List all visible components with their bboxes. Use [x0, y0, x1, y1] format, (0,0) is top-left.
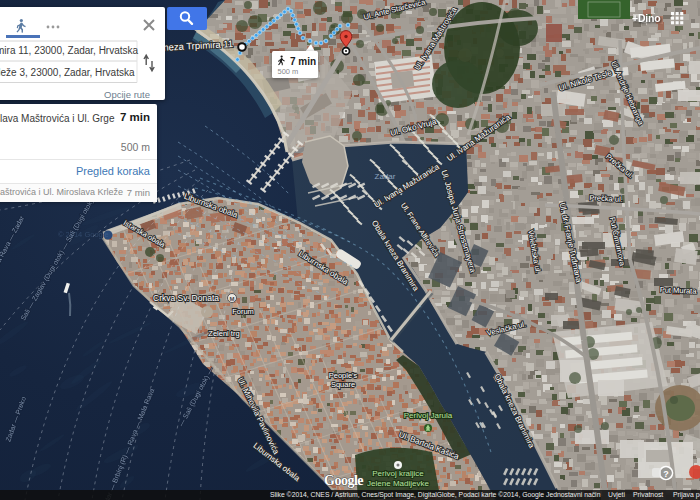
svg-text:Jelene Madijevke: Jelene Madijevke: [367, 479, 429, 488]
svg-text:Perivoj kraljice: Perivoj kraljice: [372, 469, 424, 478]
svg-text:Put Murata: Put Murata: [660, 285, 698, 295]
svg-text:Privatnost: Privatnost: [633, 491, 663, 498]
svg-text:Slike ©2014, CNES / Astrium, C: Slike ©2014, CNES / Astrium, Cnes/Spot I…: [270, 491, 544, 499]
svg-text:Zeleni trg: Zeleni trg: [208, 329, 239, 338]
svg-text:+Dino: +Dino: [632, 12, 660, 24]
svg-text:Crkva Sv. Donata: Crkva Sv. Donata: [153, 293, 219, 303]
svg-text:Opcije rute: Opcije rute: [104, 89, 150, 100]
svg-text:Jednostavni način: Jednostavni način: [546, 491, 601, 498]
svg-text:Zadar: Zadar: [375, 172, 396, 181]
svg-text:Prečka ul.: Prečka ul.: [589, 193, 623, 204]
svg-text:Uvjeti: Uvjeti: [608, 491, 625, 499]
svg-text:mira 11, 23000, Zadar, Hrvatsk: mira 11, 23000, Zadar, Hrvatska: [0, 45, 139, 56]
svg-text:500 m: 500 m: [278, 67, 299, 76]
svg-text:Prijava pogreške: Prijava pogreške: [673, 491, 700, 499]
svg-text:?: ?: [663, 469, 669, 479]
svg-text:Square: Square: [331, 380, 355, 389]
svg-text:People's: People's: [329, 371, 358, 380]
svg-text:rleže 3, 23000, Zadar, Hrvatsk: rleže 3, 23000, Zadar, Hrvatska: [0, 67, 135, 78]
svg-text:Perivoj Jarula: Perivoj Jarula: [404, 411, 453, 420]
svg-text:Google: Google: [324, 473, 363, 488]
svg-text:© 2014 Google: © 2014 Google: [58, 230, 109, 239]
svg-text:M: M: [230, 296, 235, 302]
svg-text:Forum: Forum: [232, 307, 254, 316]
svg-text:7 min: 7 min: [290, 56, 316, 67]
